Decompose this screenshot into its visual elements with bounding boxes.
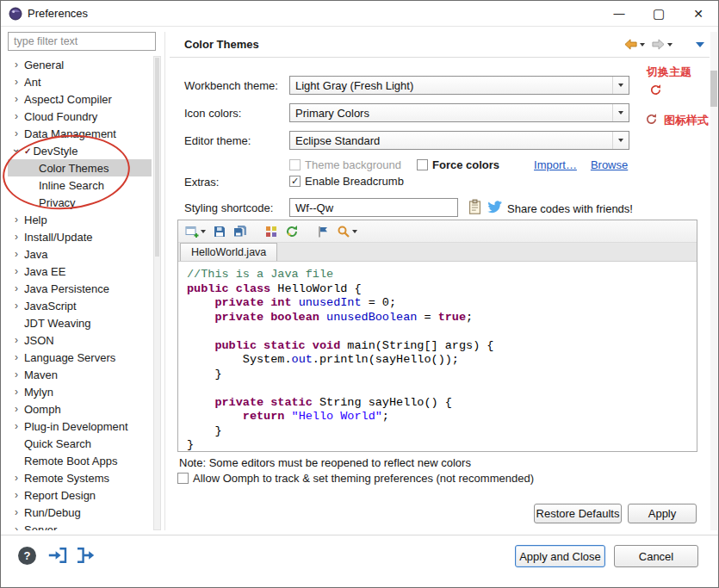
- sidebar-item-color-themes[interactable]: Color Themes: [8, 159, 152, 176]
- tree-collapsed-icon[interactable]: ›: [11, 128, 22, 139]
- cancel-button[interactable]: Cancel: [614, 545, 698, 567]
- apply-button[interactable]: Apply: [628, 504, 697, 523]
- minimize-button[interactable]: —: [599, 1, 639, 26]
- filter-input[interactable]: [8, 32, 156, 51]
- tree-collapsed-icon[interactable]: ›: [11, 232, 22, 242]
- sidebar-item-json[interactable]: ›JSON: [8, 331, 152, 349]
- sidebar-item-remote-boot-apps[interactable]: ›Remote Boot Apps: [8, 452, 152, 469]
- sidebar-item-report-design[interactable]: ›Report Design: [8, 486, 152, 504]
- editor-theme-select[interactable]: Eclipse Standard: [289, 131, 629, 150]
- tree-collapsed-icon[interactable]: ›: [11, 94, 22, 104]
- sidebar-item-privacy[interactable]: Privacy: [8, 194, 152, 211]
- tree-collapsed-icon[interactable]: ›: [11, 404, 22, 414]
- sidebar-item-server[interactable]: ›Server: [8, 521, 152, 530]
- refresh-preview-button[interactable]: [283, 223, 301, 240]
- tab-helloworld-java[interactable]: HelloWorld.java: [180, 243, 277, 261]
- view-menu-icon[interactable]: [696, 42, 704, 47]
- sidebar-item-install-update[interactable]: ›Install/Update: [8, 228, 152, 245]
- tree-collapsed-icon[interactable]: ›: [11, 77, 22, 87]
- back-menu-caret[interactable]: [640, 43, 645, 46]
- tree-collapsed-icon[interactable]: ›: [11, 249, 22, 259]
- theme-background-checkbox[interactable]: [289, 159, 301, 170]
- tree-collapsed-icon[interactable]: ›: [11, 473, 22, 483]
- refresh-theme-icon[interactable]: [649, 84, 662, 96]
- page-scrollbar-thumb[interactable]: [710, 71, 717, 107]
- tree-collapsed-icon[interactable]: ›: [11, 266, 22, 276]
- tree-scrollbar-thumb[interactable]: [155, 58, 159, 257]
- new-wizard-button[interactable]: [183, 223, 208, 240]
- tree-collapsed-icon[interactable]: ›: [11, 283, 22, 294]
- tree-collapsed-icon[interactable]: ›: [11, 214, 22, 225]
- flag-button[interactable]: [314, 223, 332, 240]
- force-colors-checkbox[interactable]: [417, 159, 428, 170]
- help-button[interactable]: ?: [18, 547, 36, 565]
- browse-link[interactable]: Browse: [591, 158, 628, 171]
- theme-palette-button[interactable]: [263, 223, 280, 240]
- sidebar-item-ant[interactable]: ›Ant: [8, 73, 152, 90]
- oomph-tracking-checkbox[interactable]: [177, 473, 189, 484]
- tree-collapsed-icon[interactable]: ›: [11, 335, 22, 345]
- tree-collapsed-icon[interactable]: ›: [11, 387, 22, 397]
- refresh-icon-style-icon[interactable]: [645, 113, 658, 126]
- sidebar-item-oomph[interactable]: ›Oomph: [8, 400, 152, 418]
- sidebar-item-general[interactable]: ›General: [8, 56, 152, 73]
- sidebar-item-help[interactable]: ›Help: [8, 211, 152, 228]
- sidebar-item-inline-search[interactable]: Inline Search: [8, 176, 152, 194]
- sidebar-sash[interactable]: [164, 32, 165, 530]
- sidebar-item-maven[interactable]: ›Maven: [8, 366, 152, 383]
- sidebar-item-jdt-weaving[interactable]: ›JDT Weaving: [8, 314, 152, 331]
- tree-expanded-icon[interactable]: ›: [11, 145, 22, 156]
- sidebar-item-java[interactable]: ›Java: [8, 245, 152, 263]
- maximize-button[interactable]: ▢: [639, 1, 679, 26]
- sidebar-item-mylyn[interactable]: ›Mylyn: [8, 383, 152, 400]
- forward-button[interactable]: [649, 36, 674, 53]
- enable-breadcrumb-checkbox[interactable]: ✓: [289, 176, 301, 187]
- chevron-down-icon[interactable]: [612, 104, 629, 121]
- tree-collapsed-icon[interactable]: ›: [11, 111, 22, 121]
- page-scrollbar[interactable]: [710, 32, 717, 530]
- tree-collapsed-icon[interactable]: ›: [11, 507, 22, 517]
- workbench-theme-value: Light Gray (Fresh Light): [295, 79, 413, 92]
- styling-shortcode-input[interactable]: [289, 198, 458, 217]
- sidebar-item-quick-search[interactable]: ›Quick Search: [8, 435, 152, 452]
- clipboard-icon[interactable]: [467, 199, 483, 215]
- close-button[interactable]: ✕: [679, 1, 718, 26]
- tree-collapsed-icon[interactable]: ›: [11, 300, 22, 311]
- sidebar-item-plug-in-development[interactable]: ›Plug-in Development: [8, 418, 152, 435]
- sidebar-item-java-ee[interactable]: ›Java EE: [8, 263, 152, 280]
- forward-menu-caret[interactable]: [667, 43, 673, 46]
- restore-defaults-button[interactable]: Restore Defaults: [534, 504, 622, 523]
- sidebar-item-cloud-foundry[interactable]: ›Cloud Foundry: [8, 108, 152, 125]
- workbench-theme-select[interactable]: Light Gray (Fresh Light): [289, 76, 629, 95]
- import-link[interactable]: Import…: [534, 158, 577, 171]
- sidebar-item-java-persistence[interactable]: ›Java Persistence: [8, 280, 152, 297]
- twitter-icon[interactable]: [487, 199, 503, 215]
- tree-scrollbar[interactable]: [153, 56, 161, 530]
- tree-collapsed-icon[interactable]: ›: [11, 421, 22, 431]
- tree-collapsed-icon[interactable]: ›: [11, 352, 22, 362]
- search-menu-caret[interactable]: [352, 230, 357, 233]
- sidebar-item-data-management[interactable]: ›Data Management: [8, 125, 152, 142]
- icon-colors-select[interactable]: Primary Colors: [289, 103, 629, 122]
- chevron-down-icon[interactable]: [612, 132, 629, 149]
- sidebar-item-language-servers[interactable]: ›Language Servers: [8, 349, 152, 366]
- sidebar-item-remote-systems[interactable]: ›Remote Systems: [8, 469, 152, 486]
- sidebar-item-devstyle[interactable]: ›✓DevStyle: [8, 142, 152, 159]
- sidebar-item-aspectj-compiler[interactable]: ›AspectJ Compiler: [8, 90, 152, 108]
- tree-collapsed-icon[interactable]: ›: [11, 59, 22, 70]
- save-all-button[interactable]: [232, 223, 249, 240]
- tree-collapsed-icon[interactable]: ›: [11, 524, 22, 530]
- sidebar-item-label: Privacy: [39, 196, 76, 209]
- export-preferences-icon[interactable]: [75, 545, 96, 566]
- new-wizard-menu-caret[interactable]: [201, 230, 206, 233]
- tree-collapsed-icon[interactable]: ›: [11, 490, 22, 500]
- apply-and-close-button[interactable]: Apply and Close: [515, 545, 605, 567]
- save-button[interactable]: [211, 223, 228, 240]
- sidebar-item-javascript[interactable]: ›JavaScript: [8, 297, 152, 314]
- search-button[interactable]: [335, 223, 359, 240]
- sidebar-item-run-debug[interactable]: ›Run/Debug: [8, 504, 152, 521]
- chevron-down-icon[interactable]: [612, 77, 629, 94]
- tree-collapsed-icon[interactable]: ›: [11, 369, 22, 380]
- back-button[interactable]: [622, 36, 647, 53]
- import-preferences-icon[interactable]: [47, 545, 68, 566]
